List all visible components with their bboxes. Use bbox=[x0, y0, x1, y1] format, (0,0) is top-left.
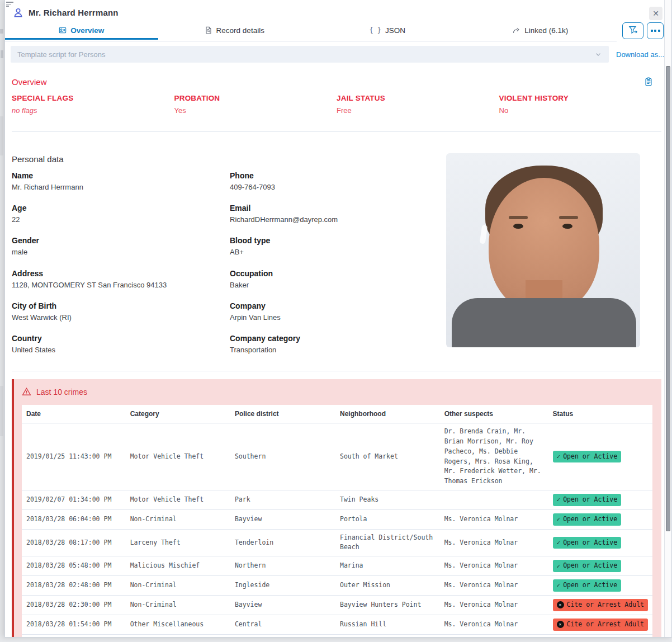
field-phone: Phone409-764-7093 bbox=[230, 171, 442, 204]
last-crimes-header: Last 10 crimes bbox=[22, 387, 652, 396]
filter-export-button[interactable] bbox=[622, 22, 643, 39]
record-detail-flyout: Mr. Richard Herrmann ✕ OverviewRecord de… bbox=[4, 0, 672, 638]
cell-status: ✓Open or Active bbox=[548, 490, 652, 510]
more-actions-button[interactable] bbox=[647, 22, 664, 39]
cell-date: 2019/01/25 11:43:00 PM bbox=[22, 423, 126, 490]
overview-header: Overview bbox=[12, 77, 661, 87]
field-name: NameMr. Richard Herrmann bbox=[12, 171, 230, 204]
field-label: Occupation bbox=[230, 269, 442, 278]
background-artifact bbox=[0, 386, 3, 436]
overview-section-title: Overview bbox=[12, 77, 47, 87]
status-label: Open or Active bbox=[563, 538, 617, 548]
cell-district: Ingleside bbox=[230, 576, 335, 596]
field-value: RichardDHerrmann@dayrep.com bbox=[230, 215, 442, 224]
field-label: Country bbox=[12, 334, 230, 343]
field-age: Age22 bbox=[12, 204, 230, 236]
field-email: EmailRichardDHerrmann@dayrep.com bbox=[230, 204, 442, 236]
cell-date: 2018/03/28 01:35:00 PM bbox=[22, 634, 126, 638]
link-arrow-icon bbox=[512, 26, 520, 35]
field-value: United States bbox=[12, 346, 230, 354]
table-row: 2019/02/07 01:34:00 PMMotor Vehicle Thef… bbox=[22, 490, 652, 510]
field-label: Gender bbox=[12, 236, 230, 245]
cell-district: Southern bbox=[230, 423, 335, 490]
status-label: Open or Active bbox=[563, 514, 617, 525]
scrollbar-track[interactable] bbox=[664, 0, 671, 637]
cell-category: Non-Criminal bbox=[126, 509, 230, 529]
cell-status: ✓Open or Active bbox=[548, 576, 652, 596]
column-header-neighborhood: Neighborhood bbox=[335, 405, 440, 423]
flag-label: JAIL STATUS bbox=[337, 94, 499, 102]
field-company-category: Company categoryTransportation bbox=[230, 334, 442, 366]
table-row: 2018/03/28 05:48:00 PMMalicious Mischief… bbox=[22, 556, 652, 576]
column-header-police-district: Police district bbox=[230, 405, 335, 423]
cell-district: Bayview bbox=[230, 509, 335, 529]
copy-to-clipboard-icon[interactable] bbox=[644, 77, 654, 87]
cell-neighborhood: Outer Mission bbox=[335, 576, 440, 596]
cell-category: Other Miscellaneous bbox=[126, 615, 230, 634]
cell-suspects: Ms. Veronica Molnar bbox=[440, 634, 548, 638]
template-script-select[interactable]: Template script for Persons bbox=[11, 46, 609, 63]
cell-date: 2018/03/28 02:48:00 PM bbox=[22, 576, 126, 596]
cell-date: 2018/03/28 01:54:00 PM bbox=[22, 615, 126, 634]
braces-icon: { } bbox=[369, 26, 381, 34]
cell-category: Malicious Mischief bbox=[126, 556, 230, 576]
cell-district: Mission bbox=[230, 634, 335, 638]
tab-overview[interactable]: Overview bbox=[5, 22, 158, 40]
tab-json[interactable]: { }JSON bbox=[311, 22, 464, 40]
cell-suspects: Ms. Veronica Molnar bbox=[440, 509, 548, 529]
cell-suspects: Ms. Veronica Molnar bbox=[440, 576, 548, 596]
flag-special-flags: SPECIAL FLAGSno flags bbox=[12, 94, 174, 115]
field-value: 409-764-7093 bbox=[230, 183, 442, 191]
cell-status: ✕Cite or Arrest Adult bbox=[548, 595, 652, 615]
status-badge: ✓Open or Active bbox=[553, 560, 622, 572]
status-label: Cite or Arrest Adult bbox=[567, 620, 644, 630]
last-crimes-title: Last 10 crimes bbox=[36, 388, 87, 396]
field-label: Age bbox=[12, 204, 230, 213]
person-icon bbox=[13, 7, 23, 18]
cell-district: Central bbox=[230, 615, 335, 634]
flag-probation: PROBATIONYes bbox=[174, 94, 337, 115]
table-row: 2018/03/28 02:48:00 PMNon-CriminalIngles… bbox=[22, 576, 652, 596]
column-header-other-suspects: Other suspects bbox=[440, 405, 548, 423]
special-flags-grid: SPECIAL FLAGSno flagsPROBATIONYesJAIL ST… bbox=[12, 94, 661, 115]
page-title: Mr. Richard Herrmann bbox=[29, 8, 119, 17]
tab-linked-6-1k[interactable]: Linked (6.1k) bbox=[464, 22, 617, 40]
tab-record-details[interactable]: Record details bbox=[158, 22, 311, 40]
column-header-category: Category bbox=[126, 405, 230, 423]
close-icon: ✕ bbox=[652, 9, 659, 18]
column-header-date: Date bbox=[22, 405, 126, 423]
table-header-row: DateCategoryPolice districtNeighborhoodO… bbox=[22, 405, 652, 423]
field-value: Transportation bbox=[230, 346, 442, 354]
column-header-status: Status bbox=[548, 405, 652, 423]
flag-label: VIOLENT HISTORY bbox=[499, 94, 662, 102]
cell-status: ✓Open or Active bbox=[548, 529, 652, 556]
close-button[interactable]: ✕ bbox=[649, 7, 662, 20]
cell-neighborhood: Portola bbox=[335, 509, 440, 529]
field-value: West Warwick (RI) bbox=[12, 313, 230, 322]
cell-suspects: Dr. Brenda Crain, Mr. Brian Morrison, Mr… bbox=[440, 423, 548, 490]
check-icon: ✓ bbox=[557, 580, 561, 590]
scrollbar-thumb[interactable] bbox=[666, 66, 670, 531]
chevron-down-icon bbox=[594, 50, 602, 58]
download-as-link[interactable]: Download as... bbox=[609, 50, 671, 59]
warning-icon bbox=[22, 387, 31, 396]
cell-category: Non-Criminal bbox=[126, 576, 230, 596]
cell-neighborhood: Bayview Hunters Point bbox=[335, 595, 440, 615]
background-artifact bbox=[0, 116, 3, 155]
status-badge: ✓Open or Active bbox=[553, 451, 622, 463]
table-row: 2018/03/28 06:04:00 PMNon-CriminalBayvie… bbox=[22, 509, 652, 529]
cell-category: Motor Vehicle Theft bbox=[126, 423, 230, 490]
cross-circle-icon: ✕ bbox=[557, 621, 564, 628]
check-icon: ✓ bbox=[557, 538, 561, 547]
field-address: Address1128, MONTGOMERY ST San Francisco… bbox=[12, 269, 230, 301]
content: Overview SPECIAL FLAGSno flagsPROBATIONY… bbox=[5, 77, 671, 638]
cell-neighborhood: Russian Hill bbox=[335, 615, 440, 634]
tab-label: Linked (6.1k) bbox=[524, 26, 568, 35]
background-artifact bbox=[1, 50, 3, 58]
flag-jail-status: JAIL STATUSFree bbox=[337, 94, 499, 115]
cell-date: 2018/03/28 02:30:00 PM bbox=[22, 595, 126, 615]
table-row: 2018/03/28 02:30:00 PMNon-CriminalBayvie… bbox=[22, 595, 652, 615]
flag-value: Yes bbox=[174, 106, 337, 115]
cell-date: 2018/03/28 06:04:00 PM bbox=[22, 509, 126, 529]
field-company: CompanyArpin Van Lines bbox=[230, 301, 442, 334]
